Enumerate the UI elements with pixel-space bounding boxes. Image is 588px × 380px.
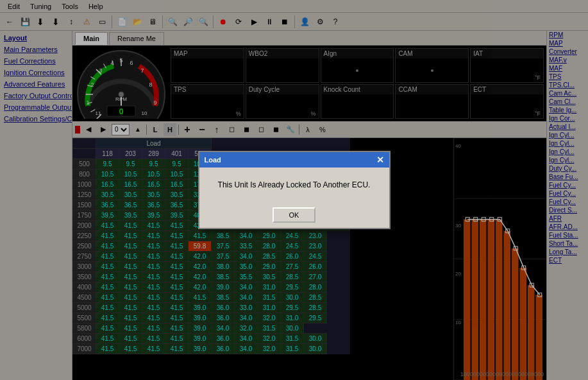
dialog-close-btn[interactable]: ✕ [376,155,384,165]
dialog-message: This Unit Is Already Locked To Another E… [218,180,371,189]
dialog-overlay: Load ✕ This Unit Is Already Locked To An… [0,0,588,380]
dialog-title-bar: Load ✕ [199,152,389,168]
dialog-title-text: Load [205,156,221,164]
dialog-body: This Unit Is Already Locked To Another E… [199,168,389,202]
dialog-ok-button[interactable]: OK [273,207,316,223]
dialog: Load ✕ This Unit Is Already Locked To An… [198,151,391,229]
dialog-footer: OK [199,202,389,228]
